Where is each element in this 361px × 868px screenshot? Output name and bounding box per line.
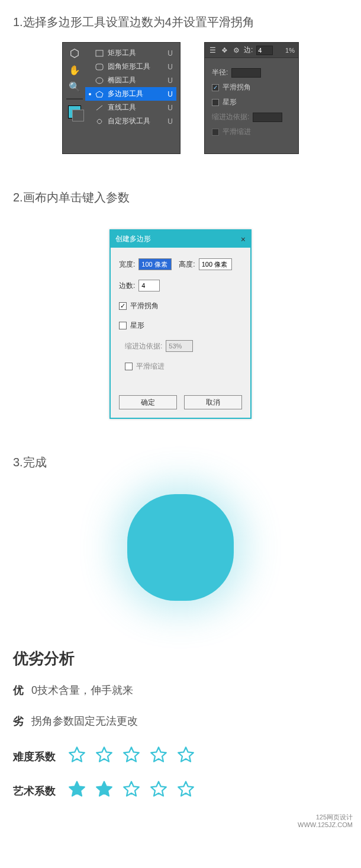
pct-readout: 1% <box>285 47 295 54</box>
options-bar: ☰ ❖ ⚙ 边: 1% <box>205 43 298 58</box>
polygon-tool-icon[interactable] <box>67 46 82 60</box>
sides-input[interactable] <box>256 46 273 55</box>
smooth-corner-label: 平滑拐角 <box>223 82 251 92</box>
indent-row: 缩进边依据: <box>212 112 291 122</box>
tool-row-custom[interactable]: 自定形状工具 U <box>85 114 176 128</box>
shortcut: U <box>167 49 173 57</box>
smooth-indent-row: 平滑缩进 <box>212 127 291 137</box>
footer-credit: 125网页设计 WWW.125JZ.COM <box>298 813 353 829</box>
align-icon[interactable]: ☰ <box>208 46 217 55</box>
ok-button[interactable]: 确定 <box>119 395 177 409</box>
zoom-tool-icon[interactable]: 🔍 <box>67 79 82 94</box>
radius-input[interactable] <box>231 68 261 78</box>
svg-point-3 <box>96 78 103 84</box>
art-rating-row: 艺术系数 <box>13 779 361 803</box>
tool-row-ellipse[interactable]: 椭圆工具 U <box>85 73 176 87</box>
custom-shape-icon <box>95 117 104 126</box>
create-polygon-dialog: 创建多边形 × 宽度: 高度: 边数: 平滑拐角 星形 <box>109 229 252 419</box>
star-icon <box>94 779 115 803</box>
height-input[interactable] <box>199 258 232 270</box>
shortcut: U <box>167 90 173 98</box>
star-icon <box>175 779 196 803</box>
star-row[interactable]: 星形 <box>212 97 291 107</box>
dialog-titlebar[interactable]: 创建多边形 × <box>111 230 250 248</box>
smooth-corner-row[interactable]: 平滑拐角 <box>212 82 291 92</box>
star-label: 星形 <box>223 97 237 107</box>
difficulty-label: 难度系数 <box>13 750 56 764</box>
con-label: 劣 <box>13 715 24 727</box>
tool-row-rect[interactable]: 矩形工具 U <box>85 46 176 60</box>
polygon-options-panel: ☰ ❖ ⚙ 边: 1% 半径: 平滑拐角 星形 缩进边依据: <box>204 42 299 154</box>
foreground-color-swatch[interactable] <box>68 105 81 118</box>
tool-label: 直线工具 <box>108 103 136 113</box>
cancel-button[interactable]: 取消 <box>184 395 242 409</box>
dlg-smooth-label: 平滑拐角 <box>130 301 159 311</box>
tool-label: 圆角矩形工具 <box>108 62 150 72</box>
dlg-smooth-indent-label: 平滑缩进 <box>136 361 165 371</box>
svg-marker-4 <box>96 91 103 97</box>
pro-line: 优 0技术含量，伸手就来 <box>13 683 361 697</box>
step1-panels: ✋ 🔍 矩形工具 U 圆角矩形工具 U 椭圆工具 U <box>0 42 361 154</box>
ellipse-icon <box>95 76 104 85</box>
dlg-star-row[interactable]: 星形 <box>119 321 242 331</box>
shortcut: U <box>167 63 173 71</box>
star-icon <box>66 779 88 803</box>
indent-label: 缩进边依据: <box>212 112 249 122</box>
dlg-indent-label: 缩进边依据: <box>125 341 162 351</box>
layers-icon[interactable]: ❖ <box>220 46 228 55</box>
svg-marker-0 <box>71 49 79 57</box>
smooth-indent-checkbox <box>212 129 219 136</box>
step3-title: 3.完成 <box>13 454 361 470</box>
shortcut: U <box>167 117 173 126</box>
tool-label: 多边形工具 <box>108 89 143 99</box>
footer-line1: 125网页设计 <box>298 813 353 821</box>
dialog-title-text: 创建多边形 <box>115 234 151 244</box>
dlg-indent-row: 缩进边依据: <box>125 340 242 352</box>
difficulty-stars <box>66 745 196 768</box>
dlg-star-checkbox[interactable] <box>119 322 127 329</box>
smooth-indent-label: 平滑缩进 <box>223 127 251 137</box>
dlg-smooth-row[interactable]: 平滑拐角 <box>119 301 242 311</box>
result-shape <box>127 494 234 601</box>
art-label: 艺术系数 <box>13 784 56 798</box>
shortcut: U <box>167 104 173 112</box>
tool-label: 矩形工具 <box>108 48 136 58</box>
hand-tool-icon[interactable]: ✋ <box>67 63 82 77</box>
toolbar-column: ✋ 🔍 <box>66 46 83 148</box>
close-icon[interactable]: × <box>241 235 246 244</box>
tool-row-polygon[interactable]: 多边形工具 U <box>85 87 176 101</box>
photoshop-tools-panel: ✋ 🔍 矩形工具 U 圆角矩形工具 U 椭圆工具 U <box>62 42 180 154</box>
dlg-sides-input[interactable] <box>138 280 160 292</box>
rounded-rect-icon <box>95 63 104 71</box>
smooth-corner-checkbox[interactable] <box>212 84 219 91</box>
indent-input <box>253 113 282 122</box>
step1-title: 1.选择多边形工具设置边数为4并设置平滑拐角 <box>13 14 361 30</box>
step2-title: 2.画布内单击键入参数 <box>13 190 361 206</box>
dlg-smooth-indent-checkbox <box>125 363 133 370</box>
sides-label: 边: <box>244 45 253 55</box>
dlg-sides-label: 边数: <box>119 281 135 291</box>
svg-rect-1 <box>96 50 103 56</box>
star-checkbox[interactable] <box>212 99 219 106</box>
gear-icon[interactable]: ⚙ <box>232 46 240 55</box>
dlg-smooth-checkbox[interactable] <box>119 302 127 310</box>
shortcut: U <box>167 76 173 85</box>
star-icon <box>121 745 142 768</box>
dlg-smooth-indent-row: 平滑缩进 <box>125 361 242 371</box>
star-icon <box>94 745 115 768</box>
difficulty-rating-row: 难度系数 <box>13 745 361 768</box>
star-icon <box>148 745 169 768</box>
tool-row-rounded[interactable]: 圆角矩形工具 U <box>85 60 176 73</box>
star-icon <box>148 779 169 803</box>
art-stars <box>66 779 196 803</box>
width-label: 宽度: <box>119 260 135 270</box>
con-line: 劣 拐角参数固定无法更改 <box>13 714 361 728</box>
svg-rect-2 <box>96 64 103 70</box>
tool-label: 自定形状工具 <box>108 116 150 126</box>
star-icon <box>175 745 196 768</box>
width-input[interactable] <box>138 258 172 270</box>
tool-row-line[interactable]: 直线工具 U <box>85 101 176 114</box>
footer-line2: WWW.125JZ.COM <box>298 821 353 829</box>
height-label: 高度: <box>179 260 195 270</box>
rectangle-icon <box>95 49 104 57</box>
